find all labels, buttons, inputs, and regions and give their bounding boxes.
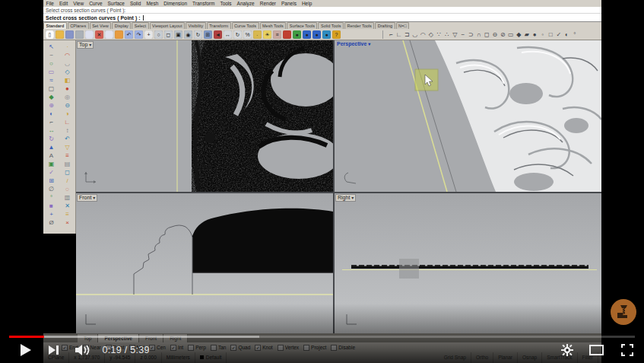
toolbar-tab-viewport-layout[interactable]: Viewport Layout bbox=[150, 22, 185, 29]
toolbar-tab-solid-tools[interactable]: Solid Tools bbox=[318, 22, 344, 29]
undo-view-change-icon[interactable]: ◄ bbox=[214, 30, 222, 39]
viewport-perspective[interactable]: Perspective bbox=[335, 40, 601, 192]
circle-icon[interactable]: ○ bbox=[46, 59, 57, 68]
layer-tool-icon[interactable]: ✕ bbox=[62, 202, 73, 210]
command-prompt-row[interactable]: Select cross section curves ( Point ) : bbox=[43, 14, 601, 22]
mesh-from-surface-icon[interactable]: ✓ bbox=[555, 31, 563, 38]
fullscreen-button[interactable] bbox=[621, 344, 633, 356]
polygon-icon[interactable]: ◇ bbox=[62, 68, 73, 76]
rail-revolve-icon[interactable]: ∩ bbox=[475, 31, 484, 38]
blend-surface-icon[interactable]: ◑ bbox=[62, 110, 73, 118]
render-tool-icon[interactable]: Ø bbox=[46, 218, 57, 227]
toolbar-tab-display[interactable]: Display bbox=[112, 22, 131, 29]
polygon-mesh-icon[interactable]: ◐ bbox=[563, 31, 571, 38]
extrude-icon[interactable]: ◻ bbox=[483, 31, 491, 38]
toolbar-tab-select[interactable]: Select bbox=[132, 22, 148, 29]
toolbar-tab-set-view[interactable]: Set View bbox=[90, 22, 112, 29]
sweep-2-rails-icon[interactable]: − bbox=[459, 31, 468, 38]
volume-button[interactable] bbox=[75, 344, 91, 356]
toolbar-tab-surface-tools[interactable]: Surface Tools bbox=[287, 22, 317, 29]
toolbar-tab-cplanes[interactable]: CPlanes bbox=[68, 22, 89, 29]
join-icon[interactable]: ↕ bbox=[62, 126, 73, 135]
curve-from-2-views-icon[interactable]: ◇ bbox=[427, 31, 436, 38]
menu-transform[interactable]: Transform bbox=[190, 1, 217, 6]
move-icon[interactable]: ↻ bbox=[46, 135, 57, 143]
open-file-icon[interactable] bbox=[56, 30, 64, 39]
viewport-label-perspective[interactable]: Perspective bbox=[335, 41, 372, 47]
layer-dialog-icon[interactable]: ≡ bbox=[273, 30, 281, 39]
menu-panels[interactable]: Panels bbox=[279, 1, 300, 6]
curve-interpolate-icon[interactable]: ◠ bbox=[62, 51, 73, 59]
patch-icon[interactable]: ⊖ bbox=[491, 31, 500, 38]
extend-surface-icon[interactable]: ⌐ bbox=[46, 118, 57, 126]
torus-icon[interactable]: ◎ bbox=[62, 93, 73, 101]
channel-watermark[interactable] bbox=[611, 299, 636, 325]
settings-button[interactable] bbox=[561, 344, 573, 356]
rotate-view-icon[interactable]: ↻ bbox=[194, 30, 202, 39]
boolean-difference-icon[interactable]: ⊖ bbox=[62, 101, 73, 110]
orient-icon[interactable]: ▤ bbox=[62, 160, 73, 168]
offset-curve-icon[interactable]: ◡ bbox=[411, 31, 420, 38]
group-icon[interactable]: ∅ bbox=[46, 185, 57, 193]
lock-icon[interactable]: ■ bbox=[46, 202, 57, 210]
curvature-analysis-icon[interactable]: ● bbox=[531, 31, 539, 38]
toolbar-tab-transform[interactable]: Transform bbox=[207, 22, 231, 29]
menu-file[interactable]: File bbox=[43, 1, 56, 6]
copy-to-clipboard-icon[interactable] bbox=[85, 30, 94, 39]
menu-solid[interactable]: Solid bbox=[127, 1, 143, 6]
zoom-dynamic-icon[interactable]: ○ bbox=[154, 30, 163, 39]
scale-tool-icon[interactable]: ▽ bbox=[62, 143, 73, 151]
sweep-1-rail-icon[interactable]: ▽ bbox=[451, 31, 459, 38]
zoom-selected-icon[interactable]: ◉ bbox=[184, 30, 192, 39]
redo-icon[interactable]: ↷ bbox=[135, 30, 143, 39]
cross-section-icon[interactable]: ∵ bbox=[435, 31, 443, 38]
viewport-label-front[interactable]: Front bbox=[77, 194, 97, 202]
curve-freeform-icon[interactable]: ~ bbox=[46, 51, 57, 59]
points-on-icon[interactable]: ∙ bbox=[253, 30, 262, 39]
menu-mesh[interactable]: Mesh bbox=[144, 1, 161, 6]
properties-icon[interactable]: + bbox=[46, 210, 57, 218]
curve-offset-icon[interactable]: ≈ bbox=[46, 76, 57, 84]
world-icon[interactable]: ● bbox=[322, 30, 331, 39]
paste-icon[interactable] bbox=[115, 30, 123, 39]
leader-icon[interactable]: ⊞ bbox=[46, 177, 57, 185]
zoom-window-icon[interactable]: ◻ bbox=[164, 30, 173, 39]
copy-icon[interactable]: ↶ bbox=[62, 135, 73, 143]
sphere-blue-2-icon[interactable]: ● bbox=[312, 30, 321, 39]
extend-curve-icon[interactable]: ⌐ bbox=[387, 31, 395, 38]
viewport-label-right[interactable]: Right bbox=[335, 194, 356, 202]
planar-curves-icon[interactable]: ◆ bbox=[515, 31, 523, 38]
split-icon[interactable]: ↔ bbox=[46, 126, 57, 135]
points-icon[interactable]: ∙ bbox=[62, 43, 73, 51]
toolbar-tab-n[interactable]: N=□ bbox=[396, 22, 410, 29]
arc-icon[interactable]: ◡ bbox=[62, 59, 73, 68]
menu-tools[interactable]: Tools bbox=[217, 1, 234, 6]
menu-edit[interactable]: Edit bbox=[56, 1, 70, 6]
object-intersection-icon[interactable]: □ bbox=[547, 31, 555, 38]
drape-icon[interactable]: ⊘ bbox=[499, 31, 507, 38]
surface-plane-icon[interactable]: ◧ bbox=[62, 76, 73, 84]
viewport-label-top[interactable]: Top bbox=[77, 41, 94, 49]
lamp-icon[interactable]: ☀ bbox=[263, 30, 271, 39]
move-icon[interactable]: ↔ bbox=[224, 30, 232, 39]
trim-icon[interactable]: ∟ bbox=[62, 118, 73, 126]
menu-curve[interactable]: Curve bbox=[87, 1, 105, 6]
toolbar-tab-visibility[interactable]: Visibility bbox=[186, 22, 206, 29]
menu-analyze[interactable]: Analyze bbox=[234, 1, 257, 6]
hide-icon[interactable]: ° bbox=[46, 193, 57, 202]
menu-help[interactable]: Help bbox=[299, 1, 314, 6]
chamfer-curve-icon[interactable]: ⊐ bbox=[403, 31, 411, 38]
blend-curve-icon[interactable]: ◠ bbox=[419, 31, 427, 38]
zoom-extents-icon[interactable]: ▣ bbox=[174, 30, 182, 39]
delete-icon[interactable]: ✕ bbox=[95, 30, 103, 39]
explode-icon[interactable]: ◌ bbox=[62, 185, 73, 193]
network-surface-icon[interactable]: ▭ bbox=[507, 31, 516, 38]
print-icon[interactable] bbox=[75, 30, 84, 39]
boolean-union-icon[interactable]: ⊕ bbox=[46, 101, 57, 110]
dimension-icon[interactable]: ◻ bbox=[62, 168, 73, 177]
menu-render[interactable]: Render bbox=[257, 1, 278, 6]
show-edges-icon[interactable]: ◦ bbox=[539, 31, 547, 38]
scale-icon[interactable]: % bbox=[243, 30, 252, 39]
mirror-icon[interactable]: A bbox=[46, 151, 57, 160]
settings-icon[interactable]: ° bbox=[571, 31, 579, 38]
